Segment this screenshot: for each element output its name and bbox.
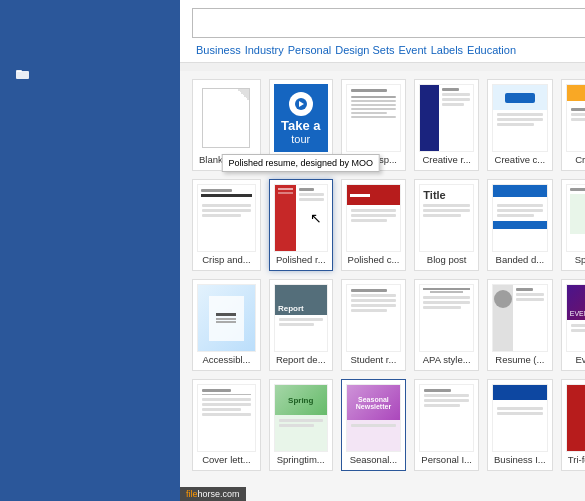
suggested-personal[interactable]: Personal xyxy=(288,44,331,56)
template-blog[interactable]: Title Blog post xyxy=(414,179,479,271)
svg-rect-0 xyxy=(16,71,29,79)
watermark: filehorse.com xyxy=(180,487,246,501)
svg-rect-1 xyxy=(16,70,22,72)
template-accessible[interactable]: Accessibl... xyxy=(192,279,261,371)
template-resume-label: Resume (... xyxy=(492,352,548,366)
section-title xyxy=(0,28,180,44)
open-documents-button[interactable] xyxy=(0,60,180,90)
content-area: Business Industry Personal Design Sets E… xyxy=(180,0,585,501)
template-seasonal[interactable]: SeasonalNewsletter Seasonal... xyxy=(341,379,407,471)
template-creative1-label: Creative r... xyxy=(419,152,474,166)
template-business-label: Business I... xyxy=(492,452,548,466)
template-apa[interactable]: APA style... xyxy=(414,279,479,371)
template-apa-thumb xyxy=(419,284,474,352)
search-section: Business Industry Personal Design Sets E… xyxy=(180,0,585,63)
template-spec-label: Spec desi... xyxy=(566,252,585,266)
app-title xyxy=(0,16,180,28)
suggested-industry[interactable]: Industry xyxy=(245,44,284,56)
suggested-labels[interactable]: Labels xyxy=(431,44,463,56)
template-trifold[interactable]: Tri-fold broch... xyxy=(561,379,585,471)
template-spring[interactable]: Spring Springtim... xyxy=(269,379,333,471)
template-polished2-label: Polished c... xyxy=(346,252,402,266)
template-creative2-label: Creative c... xyxy=(492,152,548,166)
template-tour-thumb: Take a tour xyxy=(274,84,328,152)
template-creative2-thumb xyxy=(492,84,548,152)
template-report[interactable]: Report Report de... xyxy=(269,279,333,371)
template-cover[interactable]: Cover lett... xyxy=(192,379,261,471)
template-event-thumb: EVENT xyxy=(566,284,585,352)
suggested-business[interactable]: Business xyxy=(196,44,241,56)
sidebar-description xyxy=(0,44,180,60)
template-apa-label: APA style... xyxy=(419,352,474,366)
template-banded-thumb xyxy=(492,184,548,252)
template-accessible-label: Accessibl... xyxy=(197,352,256,366)
template-polished1-thumb xyxy=(274,184,328,252)
template-resume[interactable]: Resume (... xyxy=(487,279,553,371)
template-creative1[interactable]: Creative r... xyxy=(414,79,479,171)
template-blank-thumb xyxy=(197,84,256,152)
template-creative2[interactable]: Creative c... xyxy=(487,79,553,171)
template-spec-thumb xyxy=(566,184,585,252)
template-trifold-thumb xyxy=(566,384,585,452)
template-creative1-thumb xyxy=(419,84,474,152)
template-crisp2[interactable]: Crisp and... xyxy=(192,179,261,271)
template-business-thumb xyxy=(492,384,548,452)
template-single-thumb xyxy=(346,84,402,152)
templates-area: Blank docu... Take a tour Welcome... xyxy=(180,71,585,501)
template-crisp2-label: Crisp and... xyxy=(197,252,256,266)
template-spring-label: Springtim... xyxy=(274,452,328,466)
template-blog-thumb: Title xyxy=(419,184,474,252)
template-student[interactable]: Student r... xyxy=(341,279,407,371)
template-cover-label: Cover lett... xyxy=(197,452,256,466)
template-crisp1-thumb xyxy=(566,84,585,152)
template-accessible-thumb xyxy=(197,284,256,352)
template-crisp1-label: Crisp and... xyxy=(566,152,585,166)
template-spec[interactable]: Spec desi... xyxy=(561,179,585,271)
search-row xyxy=(192,8,585,38)
template-polished1[interactable]: Polished resume, designed by MOO xyxy=(269,179,333,271)
template-polished2[interactable]: Polished c... xyxy=(341,179,407,271)
templates-grid: Blank docu... Take a tour Welcome... xyxy=(192,79,585,471)
template-blog-label: Blog post xyxy=(419,252,474,266)
template-crisp2-thumb xyxy=(197,184,256,252)
suggested-education[interactable]: Education xyxy=(467,44,516,56)
suggested-searches: Business Industry Personal Design Sets E… xyxy=(192,44,585,62)
template-seasonal-label: Seasonal... xyxy=(346,452,402,466)
template-report-label: Report de... xyxy=(274,352,328,366)
template-spring-thumb: Spring xyxy=(274,384,328,452)
template-polished2-thumb xyxy=(346,184,402,252)
signin-banner xyxy=(180,63,585,71)
main-panel: Business Industry Personal Design Sets E… xyxy=(180,0,585,501)
template-business[interactable]: Business I... xyxy=(487,379,553,471)
template-student-thumb xyxy=(346,284,402,352)
template-banded-label: Banded d... xyxy=(492,252,548,266)
sidebar xyxy=(0,0,180,501)
template-event[interactable]: EVENT Event me... xyxy=(561,279,585,371)
tooltip: Polished resume, designed by MOO xyxy=(221,154,380,172)
search-input[interactable] xyxy=(193,12,585,34)
template-banded[interactable]: Banded d... xyxy=(487,179,553,271)
suggested-event[interactable]: Event xyxy=(399,44,427,56)
template-report-thumb: Report xyxy=(274,284,328,352)
template-personal[interactable]: Personal I... xyxy=(414,379,479,471)
template-student-label: Student r... xyxy=(346,352,402,366)
template-cover-thumb xyxy=(197,384,256,452)
template-personal-label: Personal I... xyxy=(419,452,474,466)
template-seasonal-thumb: SeasonalNewsletter xyxy=(346,384,402,452)
template-personal-thumb xyxy=(419,384,474,452)
template-crisp1[interactable]: Crisp and... xyxy=(561,79,585,171)
template-resume-thumb xyxy=(492,284,548,352)
template-event-label: Event me... xyxy=(566,352,585,366)
template-polished1-label: Polished r... xyxy=(274,252,328,266)
suggested-design-sets[interactable]: Design Sets xyxy=(335,44,394,56)
folder-icon xyxy=(16,68,30,82)
template-trifold-label: Tri-fold broch... xyxy=(566,452,585,466)
